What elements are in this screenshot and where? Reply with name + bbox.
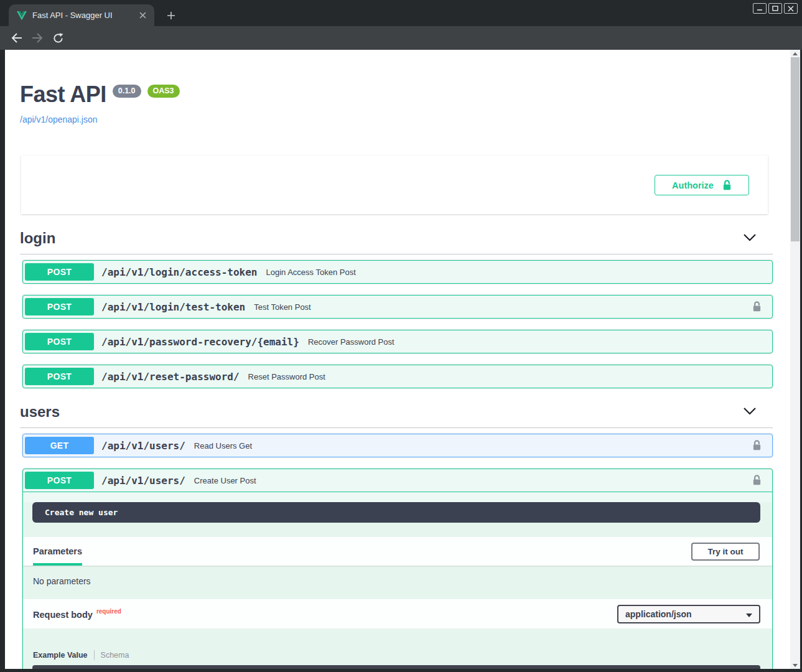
authorize-button[interactable]: Authorize (655, 175, 749, 195)
endpoint-summary: Create User Post (194, 476, 256, 485)
chevron-down-icon (746, 614, 752, 617)
method-badge: POST (25, 472, 94, 489)
auth-lock-icon[interactable] (752, 301, 762, 312)
endpoint-summary: Test Token Post (254, 302, 311, 312)
method-badge: POST (25, 368, 94, 385)
endpoint-summary: Read Users Get (194, 441, 252, 450)
swagger-favicon-icon (17, 11, 27, 21)
tag-header-users[interactable]: users (20, 403, 773, 428)
version-badge: 0.1.0 (113, 85, 141, 98)
opblock-login-access-token[interactable]: POST /api/v1/login/access-token Login Ac… (22, 260, 773, 284)
method-badge: POST (25, 298, 94, 315)
parameters-tab: Parameters (33, 537, 82, 566)
scheme-container: Authorize (21, 156, 768, 214)
tag-name: login (20, 230, 55, 247)
method-badge: POST (25, 333, 94, 350)
swagger-page: Fast API0.1.0OAS3 /api/v1/openapi.json A… (5, 50, 790, 669)
operation-body: Create new user Parameters Try it out No… (23, 502, 772, 669)
chevron-down-icon[interactable] (743, 233, 757, 244)
tag-name: users (20, 403, 60, 421)
tag-header-login[interactable]: login (20, 230, 773, 254)
tab-strip: Fast API - Swagger UI (0, 0, 802, 26)
request-body-title: Request body (33, 610, 93, 620)
model-example-tabs: Example Value Schema (23, 628, 772, 665)
required-flag: required (96, 608, 121, 615)
page-title: Fast API (20, 82, 106, 107)
back-icon[interactable] (7, 26, 26, 50)
endpoint-path: /api/v1/login/access-token (101, 266, 257, 278)
opblock-create-user: POST /api/v1/users/ Create User Post Cre… (22, 469, 773, 669)
reload-icon[interactable] (49, 26, 67, 50)
example-code-block[interactable]: { (32, 665, 760, 669)
minimize-button[interactable] (753, 3, 767, 14)
browser-window: Fast API - Swagger UI (0, 0, 802, 672)
tab-divider (94, 650, 95, 660)
opblock-login-test-token[interactable]: POST /api/v1/login/test-token Test Token… (22, 295, 773, 319)
scroll-down-arrow[interactable] (790, 661, 800, 669)
no-parameters-text: No parameters (23, 566, 772, 599)
endpoint-path: /api/v1/password-recovery/{email} (101, 336, 299, 348)
authorize-label: Authorize (672, 180, 714, 190)
api-info: Fast API0.1.0OAS3 /api/v1/openapi.json (20, 50, 773, 124)
parameters-header: Parameters Try it out (23, 537, 772, 566)
content-type-select[interactable]: application/json (617, 605, 760, 623)
try-it-out-button[interactable]: Try it out (691, 543, 760, 561)
oas3-badge: OAS3 (147, 85, 180, 98)
opblock-reset-password[interactable]: POST /api/v1/reset-password/ Reset Passw… (22, 365, 773, 388)
close-button[interactable] (784, 3, 798, 14)
browser-toolbar: i localhost/docs (0, 26, 802, 50)
auth-lock-icon[interactable] (752, 440, 762, 451)
endpoint-summary: Recover Password Post (308, 337, 394, 347)
content-type-value: application/json (625, 609, 692, 619)
method-badge: GET (25, 437, 94, 454)
tag-section-users: users GET /api/v1/users/ Read Users Get (20, 403, 773, 669)
endpoint-path: /api/v1/users/ (101, 440, 185, 452)
endpoint-path: /api/v1/login/test-token (101, 301, 245, 313)
page-scrollbar[interactable] (790, 50, 800, 669)
endpoint-summary: Login Access Token Post (266, 268, 355, 277)
maximize-button[interactable] (768, 3, 782, 14)
scroll-up-arrow[interactable] (790, 50, 800, 57)
request-body-header: Request bodyrequired application/json (23, 599, 772, 628)
opblock-password-recovery[interactable]: POST /api/v1/password-recovery/{email} R… (22, 330, 773, 353)
tab-title: Fast API - Swagger UI (32, 11, 137, 20)
window-controls (753, 3, 798, 14)
opblock-create-user-summary[interactable]: POST /api/v1/users/ Create User Post (23, 469, 772, 492)
chevron-down-icon[interactable] (743, 406, 757, 418)
example-value-tab[interactable]: Example Value (33, 651, 88, 660)
tab-close-icon[interactable] (137, 10, 148, 21)
opblock-read-users[interactable]: GET /api/v1/users/ Read Users Get (22, 434, 773, 457)
operation-description: Create new user (32, 502, 760, 523)
forward-icon[interactable] (28, 26, 47, 50)
openapi-spec-link[interactable]: /api/v1/openapi.json (20, 114, 98, 124)
unlocked-padlock-icon (722, 180, 732, 191)
auth-lock-icon[interactable] (752, 475, 762, 486)
endpoint-path: /api/v1/reset-password/ (101, 371, 240, 383)
browser-tab[interactable]: Fast API - Swagger UI (9, 4, 154, 26)
endpoint-summary: Reset Password Post (248, 372, 325, 381)
schema-tab[interactable]: Schema (101, 651, 129, 660)
endpoint-path: /api/v1/users/ (101, 475, 185, 487)
new-tab-button[interactable] (163, 7, 179, 24)
scrollbar-thumb[interactable] (791, 57, 800, 241)
tag-section-login: login POST /api/v1/login/access-token Lo… (20, 230, 773, 388)
method-badge: POST (25, 263, 94, 281)
